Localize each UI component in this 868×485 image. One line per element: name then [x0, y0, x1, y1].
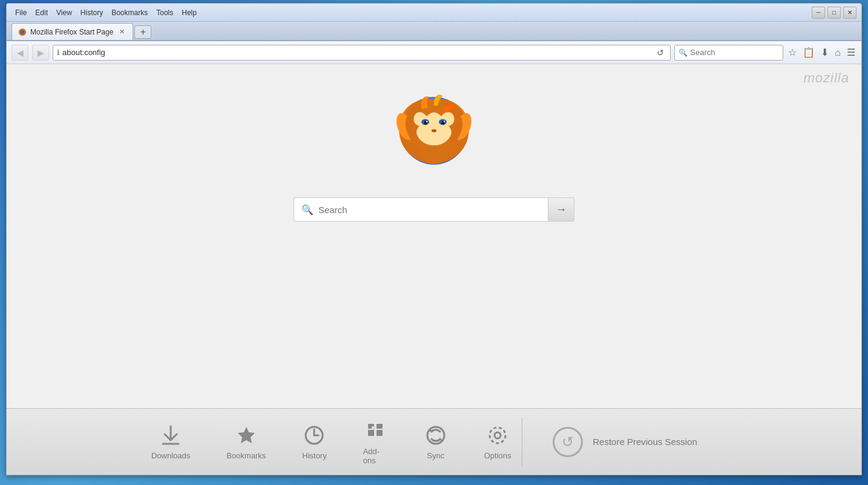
home-icon[interactable]: ⌂: [833, 46, 842, 59]
menu-icon[interactable]: ☰: [846, 45, 856, 59]
downloads-label: Downloads: [151, 451, 190, 460]
menu-help[interactable]: Help: [178, 7, 200, 18]
address-input[interactable]: [62, 48, 652, 57]
tab-title: Mozilla Firefox Start Page: [30, 28, 113, 36]
history-label: History: [302, 451, 326, 460]
main-search-button[interactable]: →: [548, 197, 574, 222]
new-tab-button[interactable]: +: [134, 25, 151, 39]
sync-label: Sync: [427, 451, 444, 460]
address-bar-container: ℹ ↺: [53, 45, 671, 61]
history-icon: [302, 423, 326, 447]
svg-point-27: [490, 427, 505, 443]
restore-label: Restore Previous Session: [593, 437, 697, 447]
menu-view[interactable]: View: [53, 7, 76, 18]
svg-point-23: [378, 424, 382, 428]
svg-point-24: [370, 431, 374, 435]
info-icon: ℹ: [57, 48, 60, 57]
maximize-button[interactable]: □: [827, 7, 841, 19]
svg-point-9: [426, 121, 427, 122]
svg-point-1: [21, 30, 25, 34]
search-icon: 🔍: [679, 48, 688, 57]
downloads-item[interactable]: Downloads: [133, 417, 208, 466]
bottom-icons-section: Downloads Bookmarks History: [140, 413, 522, 471]
toolbar-icons: ☆ 📋 ⬇ ⌂ ☰: [787, 45, 856, 59]
title-bar: File Edit View History Bookmarks Tools H…: [7, 4, 861, 22]
main-search-input[interactable]: [318, 205, 541, 215]
menu-history[interactable]: History: [77, 7, 107, 18]
tab-close-button[interactable]: ✕: [117, 27, 127, 37]
downloads-icon: [159, 423, 183, 447]
menu-bar: File Edit View History Bookmarks Tools H…: [12, 7, 200, 18]
firefox-logo: [386, 82, 482, 179]
bookmarks-label: Bookmarks: [226, 451, 266, 460]
bookmarks-icon: [234, 423, 258, 447]
bookmarks-item[interactable]: Bookmarks: [208, 417, 284, 466]
addons-icon: [363, 419, 387, 443]
sync-icon: [424, 423, 448, 447]
restore-icon: ↺: [553, 427, 583, 457]
menu-file[interactable]: File: [12, 7, 30, 18]
search-area: 🔍 →: [294, 197, 574, 222]
options-icon: [485, 423, 510, 447]
history-item[interactable]: History: [284, 417, 344, 466]
back-button[interactable]: ◀: [12, 45, 28, 61]
active-tab[interactable]: Mozilla Firefox Start Page ✕: [12, 23, 133, 40]
options-item[interactable]: Options: [466, 417, 530, 466]
restore-session-section[interactable]: ↺ Restore Previous Session: [522, 427, 728, 457]
minimize-button[interactable]: ─: [812, 7, 825, 19]
main-search-box: 🔍: [294, 197, 548, 222]
tab-bar: Mozilla Firefox Start Page ✕ +: [7, 22, 861, 41]
svg-rect-19: [376, 430, 383, 436]
bottom-bar: Downloads Bookmarks History: [7, 408, 861, 475]
nav-search-input[interactable]: [690, 48, 792, 57]
menu-tools[interactable]: Tools: [153, 7, 177, 18]
menu-edit[interactable]: Edit: [31, 7, 51, 18]
downloads-icon[interactable]: ⬇: [820, 45, 830, 59]
nav-bar: ◀ ▶ ℹ ↺ 🔍 ☆ 📋 ⬇ ⌂ ☰: [7, 41, 861, 64]
browser-window: File Edit View History Bookmarks Tools H…: [6, 3, 862, 475]
options-label: Options: [484, 451, 511, 460]
menu-bookmarks[interactable]: Bookmarks: [108, 7, 151, 18]
addons-label: Add-ons: [363, 447, 387, 465]
forward-button[interactable]: ▶: [32, 45, 49, 61]
bookmark-star-icon[interactable]: ☆: [787, 45, 798, 59]
main-search-icon: 🔍: [301, 204, 314, 216]
svg-point-26: [495, 432, 501, 438]
title-bar-controls: ─ □ ✕: [812, 7, 856, 19]
reload-button[interactable]: ↺: [654, 47, 666, 59]
close-button[interactable]: ✕: [843, 7, 856, 19]
tab-favicon: [18, 28, 27, 36]
svg-point-11: [432, 130, 436, 133]
main-content: mozilla: [7, 64, 861, 408]
search-box-container: 🔍: [674, 45, 783, 61]
svg-rect-22: [372, 426, 375, 430]
sync-item[interactable]: Sync: [406, 417, 466, 466]
svg-point-10: [444, 121, 445, 122]
addons-item[interactable]: Add-ons: [345, 413, 406, 471]
title-bar-left: File Edit View History Bookmarks Tools H…: [12, 7, 200, 18]
svg-marker-14: [238, 427, 255, 443]
bookmark-shelf-icon[interactable]: 📋: [801, 45, 816, 59]
mozilla-watermark: mozilla: [804, 70, 849, 86]
